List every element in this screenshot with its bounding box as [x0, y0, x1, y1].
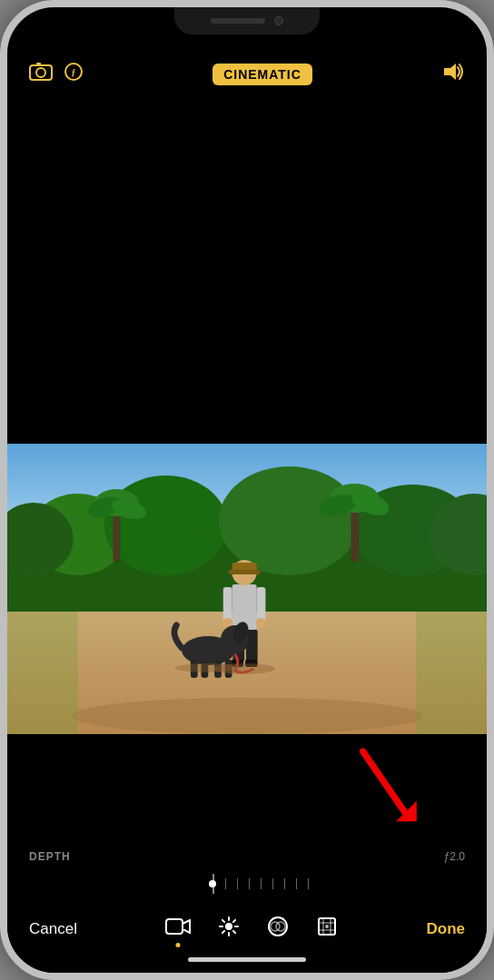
svg-point-10 [219, 466, 360, 575]
svg-point-62 [276, 922, 285, 931]
sound-icon[interactable] [441, 62, 465, 87]
svg-rect-29 [229, 570, 261, 574]
svg-point-37 [256, 618, 267, 629]
svg-text:ƒ: ƒ [72, 67, 76, 77]
phone-frame: ƒ CINEMATIC [0, 0, 494, 980]
tick-1 [225, 878, 226, 889]
depth-row: DEPTH ƒ2.0 [29, 850, 465, 863]
action-bar: Cancel [29, 901, 465, 950]
cinematic-badge[interactable]: CINEMATIC [212, 64, 312, 85]
svg-rect-34 [223, 587, 232, 622]
toolbar-left: ƒ [29, 62, 84, 87]
svg-line-59 [222, 931, 224, 933]
front-camera [274, 16, 283, 25]
depth-controls: DEPTH ƒ2.0 [29, 843, 465, 901]
black-space [7, 96, 487, 444]
crop-tool-icon[interactable] [316, 916, 338, 943]
cancel-button[interactable]: Cancel [29, 920, 77, 938]
svg-rect-31 [246, 630, 258, 662]
svg-line-58 [233, 920, 235, 922]
svg-marker-5 [444, 64, 456, 80]
volume-down-button[interactable] [0, 302, 1, 366]
svg-rect-25 [416, 612, 487, 734]
done-button[interactable]: Done [426, 920, 465, 938]
home-bar [188, 957, 306, 962]
adjust-tool-icon[interactable] [218, 916, 240, 943]
screen: ƒ CINEMATIC [7, 7, 487, 973]
video-frame [7, 444, 487, 734]
svg-point-51 [225, 923, 232, 930]
svg-rect-49 [166, 919, 183, 934]
svg-rect-24 [7, 612, 78, 734]
svg-point-60 [269, 917, 287, 936]
depth-slider[interactable] [29, 870, 465, 897]
done-arrow [347, 743, 429, 834]
video-tool-icon[interactable] [165, 916, 191, 942]
tick-3 [249, 878, 250, 889]
camera-icon[interactable] [29, 62, 53, 87]
filter-tool-icon[interactable] [267, 916, 289, 943]
svg-marker-50 [183, 920, 190, 933]
tick-marks [225, 870, 465, 897]
tick-2 [237, 878, 238, 889]
svg-point-46 [174, 663, 242, 672]
svg-line-47 [363, 751, 409, 818]
top-toolbar: ƒ CINEMATIC [7, 53, 487, 96]
svg-point-68 [325, 925, 329, 928]
svg-line-57 [233, 931, 235, 933]
svg-rect-2 [36, 63, 41, 65]
tick-7 [296, 878, 297, 889]
scene-svg [7, 444, 487, 734]
depth-label: DEPTH [29, 850, 71, 863]
tool-icons [165, 916, 338, 943]
volume-up-button[interactable] [0, 225, 1, 289]
notch [174, 7, 320, 34]
tick-5 [272, 878, 273, 889]
aperture-icon[interactable]: ƒ [64, 62, 84, 87]
svg-rect-35 [257, 587, 266, 622]
svg-point-1 [36, 68, 45, 77]
slider-dot [209, 880, 216, 887]
tick-8 [308, 878, 309, 889]
speaker [211, 18, 265, 24]
home-indicator [7, 950, 487, 973]
arrow-overlay [29, 734, 465, 843]
bottom-area: DEPTH ƒ2.0 [7, 734, 487, 950]
depth-value: ƒ2.0 [444, 850, 465, 863]
tick-4 [261, 878, 262, 889]
svg-line-56 [222, 920, 224, 922]
svg-point-23 [71, 698, 423, 734]
tick-6 [284, 878, 285, 889]
